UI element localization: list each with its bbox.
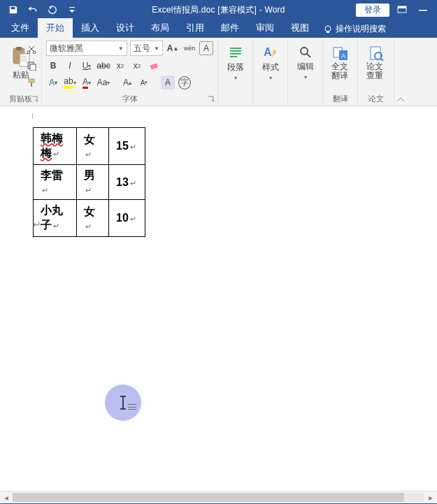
tab-layout[interactable]: 布局 (143, 18, 178, 38)
svg-rect-2 (419, 10, 427, 11)
change-case-icon[interactable]: Aa▾ (96, 75, 110, 89)
scroll-right-icon[interactable]: ▸ (424, 491, 437, 504)
clear-formatting-icon[interactable] (147, 59, 161, 73)
translate-button[interactable]: A 全文翻译 (327, 41, 353, 85)
font-size-select[interactable]: 五号▼ (130, 41, 163, 56)
translate-label: 全文翻译 (331, 62, 349, 80)
lightbulb-icon (323, 24, 333, 34)
editing-label: 编辑 (297, 61, 314, 73)
highlight-icon[interactable]: ab▾ (63, 75, 77, 89)
clipboard-launcher-icon[interactable] (30, 94, 40, 104)
tab-home[interactable]: 开始 (38, 18, 73, 38)
margin-marker (32, 113, 33, 119)
svg-text:A: A (264, 46, 272, 58)
scroll-thumb[interactable] (13, 493, 404, 502)
cell-text: 小丸子 (41, 204, 63, 231)
cell-text: 10 (116, 212, 129, 224)
subscript-icon[interactable]: x2 (113, 59, 127, 73)
tell-me-search[interactable]: 操作说明搜索 (317, 20, 392, 38)
ribbon: 粘贴 剪贴板 微软雅黑▼ 五号▼ A▲ wén A B I U▾ abc x (0, 38, 437, 106)
document-area[interactable]: 韩梅梅↵ 女↵ 15↵ 李雷↵ 男↵ 13↵ 小丸子↵ 女↵ 10↵ ↵ (0, 106, 437, 491)
grow-font2-icon[interactable]: A▴ (120, 75, 134, 89)
chevron-down-icon: ▼ (118, 45, 124, 52)
group-translate: A 全文翻译 翻译 (323, 38, 358, 106)
tab-file[interactable]: 文件 (3, 18, 38, 38)
cell-text: 女 (84, 206, 95, 217)
font-color-icon[interactable]: A▾ (80, 75, 94, 89)
titlebar-right: 登录 (356, 2, 437, 17)
styles-button[interactable]: A 样式▾ (257, 41, 283, 85)
qat-customize-icon[interactable] (63, 2, 81, 17)
svg-rect-13 (31, 82, 32, 87)
undo-icon[interactable] (24, 2, 42, 17)
table-row[interactable]: 小丸子↵ 女↵ 10↵ (34, 200, 145, 237)
cell-text: 男 (84, 169, 95, 181)
group-paragraph: 段落▾ (218, 38, 253, 106)
table-row[interactable]: 李雷↵ 男↵ 13↵ (34, 165, 145, 200)
cell-text: 13 (116, 176, 129, 188)
shrink-font-icon[interactable]: A▾ (137, 75, 151, 89)
cursor-indicator (105, 384, 141, 421)
format-painter-icon[interactable] (24, 75, 38, 89)
tab-review[interactable]: 审阅 (248, 18, 282, 38)
superscript-icon[interactable]: x2 (130, 59, 144, 73)
table-row[interactable]: 韩梅梅↵ 女↵ 15↵ (34, 128, 145, 165)
copy-icon[interactable] (24, 59, 38, 73)
find-icon (299, 45, 313, 59)
ribbon-display-icon[interactable] (394, 2, 410, 17)
tab-view[interactable]: 视图 (282, 18, 317, 38)
window-title: Excel情报局.doc [兼容模式] - Word (81, 4, 356, 16)
character-border-icon[interactable]: A (199, 41, 213, 55)
cut-icon[interactable] (24, 42, 38, 56)
tab-references[interactable]: 引用 (178, 18, 213, 38)
svg-rect-4 (327, 31, 329, 33)
tab-insert[interactable]: 插入 (73, 18, 108, 38)
translate-icon: A (332, 45, 349, 61)
save-icon[interactable] (4, 2, 22, 17)
titlebar: Excel情报局.doc [兼容模式] - Word 登录 (0, 0, 437, 20)
bold-icon[interactable]: B (46, 59, 60, 73)
tab-design[interactable]: 设计 (108, 18, 143, 38)
quick-access-toolbar (0, 2, 81, 17)
font-size-value: 五号 (134, 43, 150, 55)
paragraph-button[interactable]: 段落▾ (222, 41, 248, 85)
grow-font-icon[interactable]: A▲ (166, 41, 180, 55)
tab-mailings[interactable]: 邮件 (213, 18, 248, 38)
ibeam-cursor-icon (122, 396, 124, 410)
cell-text: 李雷 (41, 169, 63, 181)
document-table[interactable]: 韩梅梅↵ 女↵ 15↵ 李雷↵ 男↵ 13↵ 小丸子↵ 女↵ 10↵ (33, 127, 145, 237)
paper-check-button[interactable]: 论文查重 (362, 41, 389, 85)
svg-rect-11 (30, 64, 36, 71)
italic-icon[interactable]: I (63, 59, 77, 73)
phonetic-guide-icon[interactable]: wén (182, 41, 196, 55)
font-group-label: 字体 (46, 92, 213, 104)
tell-me-label: 操作说明搜索 (336, 23, 386, 35)
text-effects-icon[interactable]: A▾ (46, 75, 60, 89)
group-clipboard: 粘贴 剪贴板 (0, 38, 42, 106)
enclose-characters-icon[interactable]: 字 (178, 75, 192, 89)
font-launcher-icon[interactable] (206, 94, 216, 104)
login-button[interactable]: 登录 (356, 3, 389, 17)
svg-rect-12 (29, 79, 34, 82)
scroll-left-icon[interactable]: ◂ (0, 491, 13, 504)
font-name-select[interactable]: 微软雅黑▼ (46, 41, 127, 56)
horizontal-scrollbar[interactable]: ◂ ▸ (0, 491, 437, 503)
cell-text: 韩梅梅 (41, 132, 63, 159)
collapse-ribbon-icon[interactable] (394, 38, 407, 106)
chevron-down-icon: ▼ (154, 45, 159, 52)
svg-text:A: A (341, 52, 345, 59)
minimize-icon[interactable] (415, 2, 431, 17)
svg-rect-6 (16, 47, 22, 50)
translate-group-label: 翻译 (327, 92, 353, 104)
editing-button[interactable]: 编辑▾ (292, 41, 318, 85)
ribbon-tabs: 文件 开始 插入 设计 布局 引用 邮件 审阅 视图 操作说明搜索 (0, 20, 437, 38)
group-paper-check: 论文查重 论文 (358, 38, 394, 106)
return-mark-icon: ↵ (53, 150, 59, 158)
styles-label: 样式 (262, 62, 279, 73)
strikethrough-icon[interactable]: abc (96, 59, 110, 73)
paper-check-group-label: 论文 (362, 92, 389, 104)
character-shading-icon[interactable]: A (161, 75, 175, 89)
group-editing: 编辑▾ (288, 38, 323, 106)
underline-icon[interactable]: U▾ (80, 59, 94, 73)
redo-icon[interactable] (43, 2, 62, 17)
